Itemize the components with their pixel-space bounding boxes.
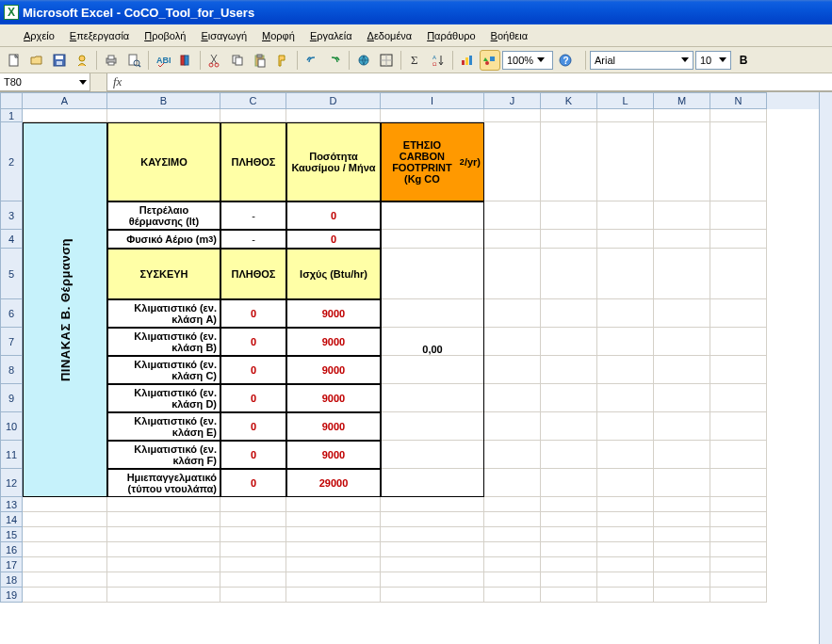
hdr-power[interactable]: Ισχύς (Btu/hr) <box>286 249 381 299</box>
print-preview-button[interactable] <box>123 50 144 71</box>
row-header-5[interactable]: 5 <box>0 249 23 299</box>
cut-button[interactable] <box>204 50 225 71</box>
device-1-label[interactable]: Κλιματιστικό (εν. κλάση B) <box>107 328 220 356</box>
fx-icon[interactable]: fx <box>113 74 122 89</box>
menu-εισαγωγή[interactable]: Εισαγωγή <box>194 28 253 43</box>
col-header-J[interactable]: J <box>484 92 541 109</box>
device-5-label[interactable]: Κλιματιστικό (εν. κλάση F) <box>107 441 220 469</box>
device-3-qty[interactable]: 0 <box>220 384 286 412</box>
row-header-9[interactable]: 9 <box>0 384 23 412</box>
row-header-7[interactable]: 7 <box>0 328 23 356</box>
device-1-qty[interactable]: 0 <box>220 328 286 356</box>
copy-button[interactable] <box>227 50 248 71</box>
row-header-8[interactable]: 8 <box>0 356 23 384</box>
row-header-11[interactable]: 11 <box>0 441 23 469</box>
hdr-fuel[interactable]: ΚΑΥΣΙΜΟ <box>107 122 220 201</box>
device-6-qty[interactable]: 0 <box>220 469 286 497</box>
row-header-10[interactable]: 10 <box>0 412 23 441</box>
menu-επεξεργασία[interactable]: Επεξεργασία <box>63 28 136 43</box>
device-2-label[interactable]: Κλιματιστικό (εν. κλάση C) <box>107 356 220 384</box>
hyperlink-button[interactable] <box>353 50 374 71</box>
col-header-I[interactable]: I <box>381 92 484 109</box>
fontsize-combo[interactable]: 10 <box>695 51 731 70</box>
row-header-4[interactable]: 4 <box>0 230 23 249</box>
col-header-C[interactable]: C <box>220 92 286 109</box>
side-label[interactable]: ΠΙΝΑΚΑΣ Β. Θέρμανση <box>23 122 107 497</box>
device-6-label[interactable]: Ημιεπαγγελματικό (τύπου ντουλάπα) <box>107 469 220 497</box>
print-button[interactable] <box>101 50 122 71</box>
menu-αρχείο[interactable]: Αρχείο <box>17 28 61 43</box>
device-6-power[interactable]: 29000 <box>286 469 381 497</box>
zoom-combo[interactable]: 100% <box>502 51 553 70</box>
col-header-A[interactable]: A <box>23 92 107 109</box>
col-header-D[interactable]: D <box>286 92 381 109</box>
permission-button[interactable] <box>72 50 92 71</box>
col-header-M[interactable]: M <box>654 92 710 109</box>
border-button[interactable] <box>376 50 397 71</box>
fuel1-label[interactable]: Πετρέλαιο θέρμανσης (lt) <box>107 201 220 230</box>
carbon-total[interactable]: 0,00 <box>381 201 484 497</box>
spelling-button[interactable]: ABΓ <box>153 50 173 71</box>
fuel2-label[interactable]: Φυσικό Αέριο (m3) <box>107 230 220 249</box>
device-0-label[interactable]: Κλιματιστικό (εν. κλάση A) <box>107 299 220 328</box>
device-3-label[interactable]: Κλιματιστικό (εν. κλάση D) <box>107 384 220 412</box>
fuel1-val[interactable]: 0 <box>286 201 381 230</box>
col-header-N[interactable]: N <box>710 92 767 109</box>
menu-παράθυρο[interactable]: Παράθυρο <box>420 28 481 43</box>
menu-μορφή[interactable]: Μορφή <box>255 28 302 43</box>
row-header-2[interactable]: 2 <box>0 122 23 201</box>
row-header-13[interactable]: 13 <box>0 497 23 512</box>
device-5-power[interactable]: 9000 <box>286 441 381 469</box>
formula-input[interactable]: fx <box>107 73 832 91</box>
device-4-qty[interactable]: 0 <box>220 412 286 441</box>
col-header-K[interactable]: K <box>541 92 597 109</box>
device-2-qty[interactable]: 0 <box>220 356 286 384</box>
row-header-17[interactable]: 17 <box>0 557 23 572</box>
help-button[interactable]: ? <box>555 50 576 71</box>
name-box[interactable]: T80 <box>0 73 90 91</box>
sort-asc-button[interactable]: AΩ <box>428 50 449 71</box>
menu-βοήθεια[interactable]: Βοήθεια <box>484 28 534 43</box>
device-4-label[interactable]: Κλιματιστικό (εν. κλάση E) <box>107 412 220 441</box>
autosum-button[interactable]: Σ <box>405 50 426 71</box>
font-combo[interactable]: Arial <box>590 51 693 70</box>
device-0-power[interactable]: 9000 <box>286 299 381 328</box>
hdr-qty2[interactable]: ΠΛΗΘΟΣ <box>220 249 286 299</box>
spreadsheet-grid[interactable]: ABCDIJKLMN 12345678910111213141516171819… <box>0 92 832 644</box>
fuel2-val[interactable]: 0 <box>286 230 381 249</box>
col-header-L[interactable]: L <box>597 92 654 109</box>
device-0-qty[interactable]: 0 <box>220 299 286 328</box>
row-header-14[interactable]: 14 <box>0 512 23 527</box>
menu-εργαλεία[interactable]: Εργαλεία <box>303 28 359 43</box>
drawing-button[interactable] <box>480 50 500 71</box>
device-2-power[interactable]: 9000 <box>286 356 381 384</box>
new-button[interactable] <box>4 50 24 71</box>
device-5-qty[interactable]: 0 <box>220 441 286 469</box>
format-painter-button[interactable] <box>272 50 293 71</box>
hdr-carbon[interactable]: ΕΤΗΣΙΟ CARBONFOOTPRINT(Kg CO2/yr) <box>381 122 484 201</box>
save-button[interactable] <box>49 50 70 71</box>
menu-προβολή[interactable]: Προβολή <box>138 28 192 43</box>
device-3-power[interactable]: 9000 <box>286 384 381 412</box>
menu-δεδομένα[interactable]: Δεδομένα <box>361 28 419 43</box>
col-header-B[interactable]: B <box>107 92 220 109</box>
hdr-device[interactable]: ΣΥΣΚΕΥΗ <box>107 249 220 299</box>
device-4-power[interactable]: 9000 <box>286 412 381 441</box>
row-header-18[interactable]: 18 <box>0 572 23 588</box>
device-1-power[interactable]: 9000 <box>286 328 381 356</box>
redo-button[interactable] <box>324 50 345 71</box>
open-button[interactable] <box>26 50 47 71</box>
hdr-qty[interactable]: ΠΛΗΘΟΣ <box>220 122 286 201</box>
row-header-6[interactable]: 6 <box>0 299 23 328</box>
fuel1-qty[interactable]: - <box>220 201 286 230</box>
row-header-16[interactable]: 16 <box>0 542 23 557</box>
row-header-1[interactable]: 1 <box>0 109 23 122</box>
vertical-scrollbar[interactable] <box>819 92 832 644</box>
undo-button[interactable] <box>302 50 322 71</box>
row-header-12[interactable]: 12 <box>0 469 23 497</box>
row-header-19[interactable]: 19 <box>0 588 23 603</box>
bold-button[interactable]: B <box>733 50 754 71</box>
hdr-monthqty[interactable]: Ποσότητα Καυσίμου / Μήνα <box>286 122 381 201</box>
chart-wizard-button[interactable] <box>457 50 478 71</box>
fuel2-qty[interactable]: - <box>220 230 286 249</box>
